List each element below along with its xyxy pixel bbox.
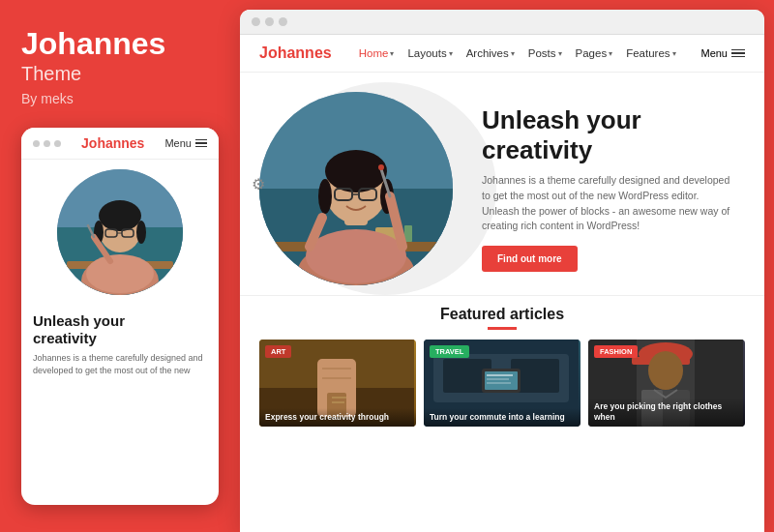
mobile-logo: Johannes — [81, 135, 144, 151]
mobile-content: Unleash your creativity Johannes is a th… — [21, 305, 219, 386]
mobile-menu-label: Menu — [164, 137, 192, 149]
nav-layouts-arrow: ▾ — [449, 49, 453, 58]
chrome-dot-2 — [265, 17, 274, 26]
nav-posts-label: Posts — [528, 47, 556, 59]
svg-point-4 — [86, 254, 154, 293]
mobile-menu-button[interactable]: Menu — [164, 137, 207, 149]
chrome-dot-1 — [252, 17, 260, 26]
nav-home[interactable]: Home ▾ — [359, 47, 395, 59]
articles-grid: Art Express your creativity through — [259, 340, 745, 427]
hero-description: Johannes is a theme carefully designed a… — [482, 173, 733, 234]
mobile-hero-image — [57, 169, 183, 295]
hero-image — [259, 92, 453, 285]
nav-pages-label: Pages — [576, 47, 608, 59]
article-tag-art: Art — [265, 345, 291, 358]
theme-author: By meks — [21, 91, 219, 106]
nav-features-label: Features — [626, 47, 670, 59]
article-card-art[interactable]: Art Express your creativity through — [259, 340, 416, 427]
desktop-mockup: Johannes Home ▾ Layouts ▾ Archives ▾ Pos… — [240, 10, 764, 532]
theme-word: Theme — [21, 63, 219, 85]
nav-home-arrow: ▾ — [390, 49, 394, 58]
article-title-art: Express your creativity through — [265, 412, 410, 423]
article-title-travel: Turn your commute into a learning — [430, 412, 575, 423]
nav-pages-arrow: ▾ — [609, 49, 612, 58]
nav-layouts[interactable]: Layouts ▾ — [407, 47, 452, 59]
nav-home-label: Home — [359, 47, 389, 59]
article-tag-fashion: Fashion — [594, 345, 638, 358]
desktop-nav: Johannes Home ▾ Layouts ▾ Archives ▾ Pos… — [240, 35, 764, 73]
nav-layouts-label: Layouts — [407, 47, 446, 59]
nav-hamburger-icon — [731, 49, 745, 58]
mobile-description: Johannes is a theme carefully designed a… — [33, 352, 207, 376]
featured-underline — [488, 327, 517, 330]
article-title-fashion: Are you picking the right clothes when — [594, 401, 739, 423]
svg-point-54 — [648, 351, 683, 390]
article-card-fashion[interactable]: Fashion Are you picking the right clothe… — [588, 340, 745, 427]
desktop-logo[interactable]: Johannes — [259, 44, 332, 62]
settings-icon[interactable]: ⚙ — [252, 175, 265, 193]
mobile-top-bar: Johannes Menu — [21, 128, 219, 160]
mobile-dot-3 — [54, 140, 61, 147]
svg-rect-46 — [485, 371, 518, 390]
svg-point-8 — [136, 221, 146, 244]
theme-title: Johannes Theme By meks — [21, 27, 219, 106]
theme-name: Johannes — [21, 27, 219, 61]
find-out-more-button[interactable]: Find out more — [482, 246, 578, 272]
nav-archives-arrow: ▾ — [511, 49, 515, 58]
svg-point-31 — [378, 164, 384, 170]
hero-wrapper: ⚙ — [240, 73, 764, 295]
article-tag-travel: Travel — [430, 345, 469, 358]
nav-features[interactable]: Features ▾ — [626, 47, 675, 59]
hero-heading: Unleash your creativity — [482, 105, 745, 165]
nav-archives[interactable]: Archives ▾ — [466, 47, 515, 59]
mobile-dot-2 — [44, 140, 50, 147]
nav-features-arrow: ▾ — [672, 49, 676, 58]
nav-pages[interactable]: Pages ▾ — [576, 47, 613, 59]
mobile-hamburger-icon — [195, 139, 207, 148]
chrome-dot-3 — [279, 17, 287, 26]
mobile-dots — [33, 140, 61, 147]
mobile-heading: Unleash your creativity — [33, 312, 207, 347]
nav-archives-label: Archives — [466, 47, 509, 59]
article-bottom-travel: Turn your commute into a learning — [424, 408, 580, 427]
mobile-dot-1 — [33, 140, 40, 147]
nav-posts[interactable]: Posts ▾ — [528, 47, 562, 59]
nav-items: Home ▾ Layouts ▾ Archives ▾ Posts ▾ Page… — [359, 47, 676, 59]
hero-text: Unleash your creativity Johannes is a th… — [472, 105, 745, 272]
desktop-hero: Unleash your creativity Johannes is a th… — [240, 73, 764, 295]
svg-point-24 — [318, 179, 332, 214]
svg-point-20 — [306, 229, 406, 283]
nav-posts-arrow: ▾ — [558, 49, 562, 58]
svg-point-6 — [99, 200, 141, 231]
nav-menu-button[interactable]: Menu — [700, 47, 745, 59]
svg-point-23 — [325, 150, 387, 192]
featured-section: Featured articles Art Express y — [240, 295, 764, 434]
nav-menu-label: Menu — [700, 47, 728, 59]
browser-chrome — [240, 10, 764, 35]
mobile-mockup: Johannes Menu — [21, 128, 219, 505]
article-card-travel[interactable]: Travel Turn your commute into a learning — [424, 340, 580, 427]
left-panel: Johannes Theme By meks Johannes Menu — [0, 0, 240, 532]
article-bottom-art: Express your creativity through — [259, 408, 416, 427]
featured-title: Featured articles — [259, 306, 745, 323]
article-bottom-fashion: Are you picking the right clothes when — [588, 398, 745, 427]
